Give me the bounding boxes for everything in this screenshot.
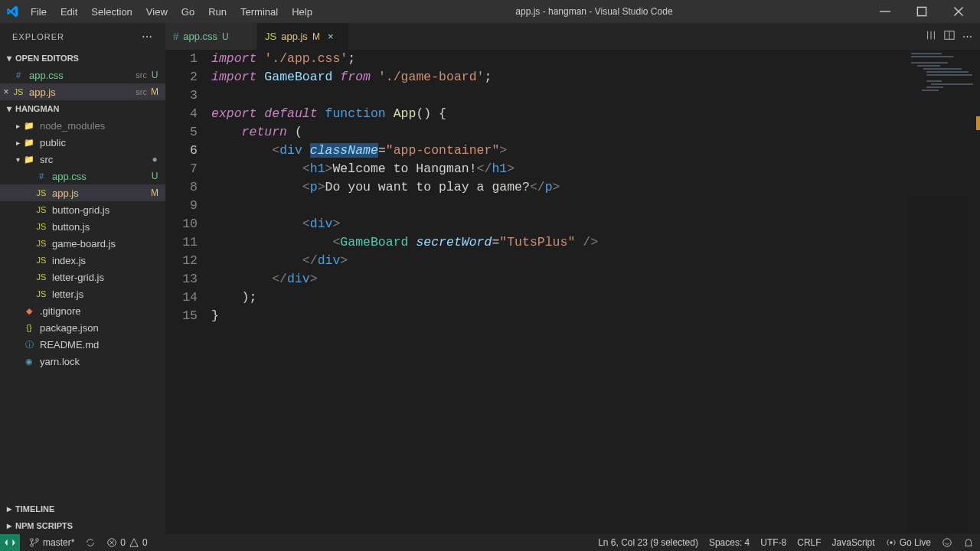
close-icon[interactable]: × <box>0 86 12 97</box>
sync-button[interactable] <box>85 537 96 548</box>
folder-row[interactable]: ▸📁public <box>0 134 165 151</box>
overview-ruler-marker <box>976 116 980 130</box>
file-row[interactable]: JSbutton.js <box>0 218 165 235</box>
menu-go[interactable]: Go <box>175 3 201 21</box>
menu-terminal[interactable]: Terminal <box>234 3 284 21</box>
cursor-position[interactable]: Ln 6, Col 23 (9 selected) <box>598 537 698 548</box>
code-line[interactable]: } <box>211 307 980 325</box>
open-editors-list: # app.css src U × JS app.js src M <box>0 67 165 100</box>
code-line[interactable]: </div> <box>211 270 980 289</box>
problems[interactable]: 0 0 <box>106 537 147 548</box>
js-icon: JS <box>35 271 47 283</box>
bell-icon <box>963 537 974 548</box>
json-icon: {} <box>23 321 35 334</box>
code-line[interactable]: <h1>Welcome to Hangman!</h1> <box>211 160 980 178</box>
file-row[interactable]: {}package.json <box>0 319 165 336</box>
git-badge: U <box>147 171 162 181</box>
menu-file[interactable]: File <box>24 3 53 21</box>
file-row[interactable]: #app.cssU <box>0 168 165 184</box>
minimap[interactable] <box>908 50 969 534</box>
js-icon: JS <box>35 220 47 233</box>
npm-scripts-header[interactable]: ▸ NPM SCRIPTS <box>0 517 165 534</box>
code-line[interactable]: <p>Do you want to play a game?</p> <box>211 178 980 197</box>
file-row[interactable]: JSletter-grid.js <box>0 269 165 285</box>
file-row[interactable]: JSbutton-grid.js <box>0 201 165 218</box>
menu-bar: File Edit Selection View Go Run Terminal… <box>24 3 318 21</box>
minimize-button[interactable] <box>870 0 900 23</box>
feedback-icon <box>942 537 952 548</box>
menu-selection[interactable]: Selection <box>85 3 138 21</box>
folder-icon: 📁 <box>23 153 35 165</box>
line-gutter: 123456789101112131415 <box>165 50 211 534</box>
editor-body[interactable]: 123456789101112131415 import './app.css'… <box>165 50 980 534</box>
language-mode[interactable]: JavaScript <box>832 537 875 548</box>
eol[interactable]: CRLF <box>797 537 821 548</box>
menu-view[interactable]: View <box>140 3 174 21</box>
open-editors-header[interactable]: ▾ OPEN EDITORS <box>0 50 165 67</box>
code-line[interactable]: <div className="app-container"> <box>211 142 980 160</box>
menu-help[interactable]: Help <box>286 3 318 21</box>
warning-count: 0 <box>142 537 148 548</box>
svg-point-6 <box>890 541 893 544</box>
chevron-right-icon: ▸ <box>3 520 15 531</box>
project-header[interactable]: ▾ HANGMAN <box>0 100 165 117</box>
encoding[interactable]: UTF-8 <box>760 537 786 548</box>
file-row[interactable]: JSgame-board.js <box>0 235 165 252</box>
remote-indicator[interactable] <box>0 534 20 551</box>
maximize-button[interactable] <box>906 0 937 23</box>
code-line[interactable]: export default function App() { <box>211 105 980 123</box>
code-content[interactable]: import './app.css';import GameBoard from… <box>211 50 980 534</box>
npm-label: NPM SCRIPTS <box>15 521 73 530</box>
notifications[interactable] <box>963 537 974 548</box>
line-number: 3 <box>165 86 198 105</box>
file-name: node_modules <box>40 120 162 132</box>
code-line[interactable]: import GameBoard from './game-board'; <box>211 68 980 86</box>
svg-point-2 <box>31 539 34 542</box>
chevron-down-icon: ▾ <box>3 53 15 64</box>
git-icon: ◆ <box>23 305 35 317</box>
file-row[interactable]: JSindex.js <box>0 252 165 269</box>
git-badge: M <box>147 187 162 198</box>
menu-edit[interactable]: Edit <box>54 3 83 21</box>
code-line[interactable] <box>211 86 980 105</box>
main-area: EXPLORER ⋯ ▾ OPEN EDITORS # app.css src … <box>0 23 980 534</box>
code-line[interactable]: ); <box>211 289 980 307</box>
close-button[interactable] <box>943 0 974 23</box>
feedback[interactable] <box>942 537 952 548</box>
tab-app-css[interactable]: # app.css U <box>165 23 257 50</box>
timeline-label: TIMELINE <box>15 504 54 514</box>
chevron-icon: ▸ <box>12 122 23 130</box>
file-row[interactable]: JSletter.js <box>0 285 165 302</box>
folder-row[interactable]: ▾📁src● <box>0 151 165 168</box>
line-number: 9 <box>165 197 198 215</box>
line-number: 8 <box>165 178 198 197</box>
file-dir: src <box>136 87 147 96</box>
more-actions-icon[interactable]: ⋯ <box>962 31 972 42</box>
file-row[interactable]: ◆.gitignore <box>0 302 165 319</box>
code-line[interactable]: return ( <box>211 123 980 142</box>
file-row[interactable]: ◉yarn.lock <box>0 353 165 370</box>
file-row[interactable]: ⓘREADME.md <box>0 336 165 353</box>
code-line[interactable]: </div> <box>211 252 980 270</box>
file-name: button.js <box>52 221 162 233</box>
code-line[interactable]: <GameBoard secretWord="TutsPlus" /> <box>211 233 980 252</box>
code-line[interactable]: import './app.css'; <box>211 50 980 68</box>
open-editor-item[interactable]: # app.css src U <box>0 67 165 83</box>
explorer-actions[interactable]: ⋯ <box>142 31 153 43</box>
menu-run[interactable]: Run <box>202 3 233 21</box>
code-line[interactable] <box>211 197 980 215</box>
go-live[interactable]: Go Live <box>886 537 931 548</box>
code-line[interactable]: <div> <box>211 215 980 233</box>
git-branch[interactable]: master* <box>29 537 74 548</box>
open-editor-item[interactable]: × JS app.js src M <box>0 83 165 100</box>
close-icon[interactable]: × <box>325 31 337 42</box>
compare-changes-icon[interactable] <box>926 30 936 43</box>
timeline-header[interactable]: ▸ TIMELINE <box>0 500 165 517</box>
folder-row[interactable]: ▸📁node_modules <box>0 117 165 134</box>
line-number: 14 <box>165 289 198 307</box>
file-row[interactable]: JSapp.jsM <box>0 184 165 201</box>
split-editor-icon[interactable] <box>944 30 955 43</box>
file-name: letter-grid.js <box>52 272 162 283</box>
indentation[interactable]: Spaces: 4 <box>709 537 750 548</box>
tab-app-js[interactable]: JS app.js M × <box>257 23 349 50</box>
